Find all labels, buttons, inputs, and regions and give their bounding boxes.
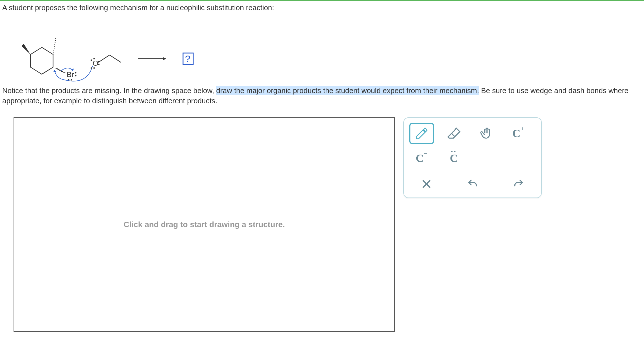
svg-line-21 bbox=[110, 55, 121, 62]
svg-point-19 bbox=[91, 67, 92, 69]
body-highlight: draw the major organic products the stud… bbox=[216, 86, 479, 95]
hand-icon bbox=[479, 126, 493, 141]
anion-label: C− bbox=[416, 152, 428, 165]
svg-line-2 bbox=[53, 38, 56, 54]
cation-label: C+ bbox=[512, 127, 525, 140]
question-intro-text: A student proposes the following mechani… bbox=[2, 1, 642, 18]
close-icon bbox=[421, 178, 432, 190]
leaving-group-label: Br bbox=[67, 70, 74, 79]
mechanism-diagram: Br O bbox=[2, 18, 642, 85]
redo-icon bbox=[513, 178, 524, 190]
cation-tool-button[interactable]: C+ bbox=[506, 123, 530, 144]
svg-line-20 bbox=[98, 55, 110, 62]
question-body-text: Notice that the products are missing. In… bbox=[2, 85, 642, 115]
svg-line-6 bbox=[61, 71, 66, 73]
undo-button[interactable] bbox=[464, 175, 481, 192]
grab-tool-button[interactable] bbox=[474, 123, 498, 144]
product-placeholder: ? bbox=[185, 53, 190, 64]
eraser-tool-button[interactable] bbox=[442, 123, 466, 144]
anion-tool-button[interactable]: C− bbox=[410, 148, 434, 169]
svg-point-18 bbox=[93, 67, 95, 69]
canvas-hint-text: Click and drag to start drawing a struct… bbox=[123, 219, 285, 230]
drawing-canvas[interactable]: Click and drag to start drawing a struct… bbox=[14, 117, 395, 332]
pencil-tool-button[interactable] bbox=[410, 123, 434, 144]
svg-marker-23 bbox=[163, 57, 166, 60]
svg-line-25 bbox=[452, 133, 455, 137]
svg-point-7 bbox=[75, 72, 77, 74]
svg-point-8 bbox=[75, 75, 77, 76]
svg-marker-11 bbox=[53, 70, 56, 72]
svg-marker-1 bbox=[21, 44, 31, 54]
lone-pair-label: •• C bbox=[450, 152, 458, 165]
body-before: Notice that the products are missing. In… bbox=[2, 86, 216, 95]
svg-marker-0 bbox=[31, 47, 53, 74]
main-content: A student proposes the following mechani… bbox=[0, 1, 644, 332]
svg-line-4 bbox=[57, 69, 60, 70]
svg-point-15 bbox=[93, 58, 95, 60]
svg-point-14 bbox=[91, 60, 92, 61]
tool-palette: C+ C− •• C bbox=[403, 117, 542, 198]
lone-pair-tool-button[interactable]: •• C bbox=[442, 148, 466, 169]
svg-point-10 bbox=[71, 79, 72, 81]
redo-button[interactable] bbox=[510, 175, 527, 192]
nucleophile-label: O bbox=[93, 59, 98, 67]
svg-line-3 bbox=[55, 68, 58, 69]
pencil-icon bbox=[415, 126, 429, 141]
undo-icon bbox=[467, 178, 478, 190]
eraser-icon bbox=[447, 126, 461, 141]
clear-button[interactable] bbox=[418, 175, 435, 192]
svg-point-17 bbox=[98, 64, 100, 65]
workspace: Click and drag to start drawing a struct… bbox=[2, 115, 642, 332]
